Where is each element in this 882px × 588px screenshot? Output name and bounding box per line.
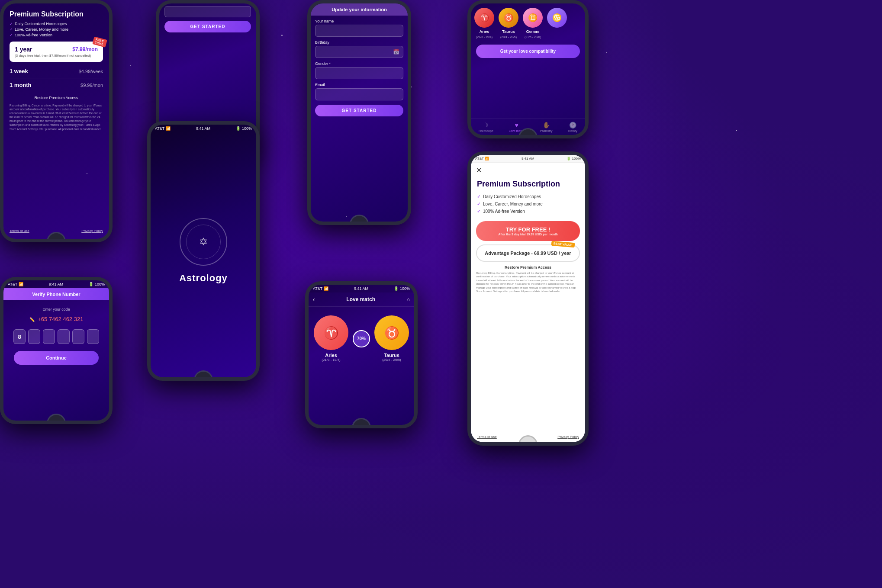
star-dec-3: [411, 87, 412, 87]
get-started-btn-top[interactable]: GET STARTED: [164, 21, 251, 32]
star-dec-5: [736, 130, 737, 131]
taurus-sign-dates: (20/4 - 20/5): [500, 35, 517, 39]
battery-4: 🔋 100%: [236, 126, 252, 131]
code-box-6[interactable]: [87, 329, 99, 344]
aries-avatar: ♈: [474, 8, 494, 28]
phone8-status-bar: AT&T 📶 9:41 AM 🔋 100%: [471, 155, 585, 163]
phone-update-info: Update your information Your name Birthd…: [307, 0, 411, 225]
restore-link[interactable]: Restore Premium Access: [10, 96, 103, 100]
plan-week-row[interactable]: 1 week $4.99/week: [10, 64, 103, 78]
phone7-status-bar: AT&T 📶 9:41 AM 🔋 100%: [3, 280, 109, 288]
nav-history-label: History: [568, 129, 577, 132]
code-box-3[interactable]: [43, 329, 55, 344]
p8-restore[interactable]: Restore Premium Access: [471, 265, 585, 270]
premium-title: Premium Subscription: [10, 10, 103, 18]
code-box-2[interactable]: [28, 329, 40, 344]
p8-feature-3: 100% Ad-free Version: [471, 208, 585, 215]
sign-gemini[interactable]: ♊ Gemini (21/5 - 20/6): [523, 8, 543, 39]
gender-input[interactable]: [315, 67, 403, 79]
nav-horoscope[interactable]: ☽ Horoscope: [479, 122, 493, 132]
aries-icon: ♈: [324, 326, 339, 340]
verify-content: Enter your code ✏️ +65 7462 462 321 8 Co…: [3, 300, 109, 372]
taurus-avatar: ♉: [499, 8, 518, 28]
cancer-avatar-partial: ♋: [547, 8, 567, 28]
plan-year-card[interactable]: FREETRIAL 1 year $7.99/mon (3-days free …: [10, 42, 103, 62]
phone-astrology-splash: AT&T 📶 9:41 AM 🔋 100% ✡ Astrology: [147, 121, 260, 381]
verify-header: Verify Phone Number: [3, 288, 109, 300]
try-free-button[interactable]: TRY FOR FREE ! After the 3 day trial 19.…: [476, 221, 580, 241]
phone-premium-left: Premium Subscription Daily Customized Ho…: [0, 0, 113, 242]
home-icon[interactable]: ⌂: [407, 296, 410, 302]
plan-month-label: 1 month: [10, 82, 32, 88]
code-box-4[interactable]: [58, 329, 70, 344]
plan-month-row[interactable]: 1 month $9.99/mon: [10, 78, 103, 92]
phone3-screen: Update your information Your name Birthd…: [311, 3, 408, 222]
gemini-sign-name: Gemini: [526, 29, 540, 34]
continue-button[interactable]: Continue: [14, 351, 99, 365]
time-8: 9:41 AM: [521, 157, 534, 161]
code-box-5[interactable]: [72, 329, 84, 344]
plan-year-price: $7.99/mon: [72, 46, 98, 52]
try-free-label: TRY FOR FREE !: [481, 226, 575, 233]
star-dec-8: [519, 260, 521, 261]
birthday-input[interactable]: 📅: [315, 46, 403, 58]
get-started-btn-3[interactable]: GET STARTED: [315, 105, 403, 116]
nav-history[interactable]: 🕐 History: [568, 122, 577, 132]
star-dec-7: [346, 216, 347, 217]
phone-verify: AT&T 📶 9:41 AM 🔋 100% Verify Phone Numbe…: [0, 277, 113, 424]
sign-aries[interactable]: ♈ Aries (21/3 - 19/4): [474, 8, 494, 39]
zodiac-wheel: ✡: [180, 218, 227, 266]
premium-content: Premium Subscription Daily Customized Ho…: [3, 3, 109, 138]
best-value-badge: BEST VALUE: [551, 241, 575, 248]
sign-taurus[interactable]: ♉ Taurus (20/4 - 20/5): [499, 8, 518, 39]
form-field-1[interactable]: [164, 6, 251, 17]
carrier-8: AT&T 📶: [475, 157, 489, 161]
p8-terms[interactable]: Terms of use: [477, 435, 497, 439]
taurus-sign-name: Taurus: [502, 29, 515, 34]
name-input[interactable]: [315, 25, 403, 37]
phone-love-match: AT&T 📶 9:41 AM 🔋 100% ‹ Love match ⌂ ♈ A…: [305, 281, 418, 428]
billing-text: Recurring Billing. Cancel anytime. Payme…: [10, 103, 103, 131]
plan-year-label: 1 year: [15, 46, 32, 53]
horoscope-icon: ☽: [483, 122, 489, 129]
privacy-link[interactable]: Privacy Policy: [81, 229, 103, 233]
aries-circle: ♈: [314, 315, 348, 350]
advantage-label: Advantage Package - 69.99 USD / year: [485, 251, 571, 256]
advantage-button[interactable]: BEST VALUE Advantage Package - 69.99 USD…: [476, 244, 580, 262]
love-compat-button[interactable]: Get your love compatibility: [476, 45, 580, 58]
aries-name: Aries: [325, 353, 337, 358]
sign-cancer-partial: ♋: [547, 8, 567, 39]
aries-dates: (21/3 - 19/4): [322, 358, 341, 362]
time-7: 9:41 AM: [49, 282, 63, 286]
star-dec-2: [281, 35, 283, 36]
nav-palmistry[interactable]: ✋ Palmistry: [540, 122, 553, 132]
taurus-section: ♉ Taurus (20/4 - 20/5): [374, 315, 409, 362]
battery-5: 🔋 100%: [394, 286, 410, 291]
pencil-icon: ✏️: [29, 317, 35, 322]
cancer-icon-6: ♋: [552, 13, 562, 22]
feature-adfree: 100% Ad-free Version: [10, 33, 103, 37]
p8-privacy[interactable]: Privacy Policy: [557, 435, 579, 439]
p8-feature-1: Daily Customized Horoscopes: [471, 193, 585, 200]
taurus-circle: ♉: [374, 315, 409, 350]
phone1-screen: Premium Subscription Daily Customized Ho…: [3, 3, 109, 239]
battery-8: 🔋 100%: [567, 157, 581, 161]
aries-icon-6: ♈: [480, 13, 489, 22]
close-button[interactable]: ✕: [471, 163, 585, 178]
carrier-7: AT&T 📶: [8, 282, 23, 286]
plan-month-price: $9.99/mon: [80, 83, 103, 88]
love-content: ♈ Aries (21/3 - 19/4) 70% ♉ Taurus (20/4…: [309, 307, 414, 370]
phone-premium-right: AT&T 📶 9:41 AM 🔋 100% ✕ Premium Subscrip…: [467, 151, 589, 446]
p8-billing: Recurring Billing. Cancel anytime. Payme…: [471, 271, 585, 293]
plan-year-sub: (3-days free trial, then $7.99/mon if no…: [15, 54, 98, 58]
compatibility-percent: 70%: [353, 330, 370, 347]
terms-link[interactable]: Terms of use: [10, 229, 29, 233]
phone5-screen: AT&T 📶 9:41 AM 🔋 100% ‹ Love match ⌂ ♈ A…: [309, 285, 414, 425]
battery-7: 🔋 100%: [89, 282, 105, 286]
zodiac-inner: ✡: [186, 225, 221, 259]
love-header: ‹ Love match ⌂: [309, 292, 414, 307]
time-4: 9:41 AM: [196, 126, 210, 131]
aries-sign-dates: (21/3 - 19/4): [476, 35, 493, 39]
code-box-1[interactable]: 8: [13, 329, 26, 344]
email-input[interactable]: [315, 88, 403, 100]
